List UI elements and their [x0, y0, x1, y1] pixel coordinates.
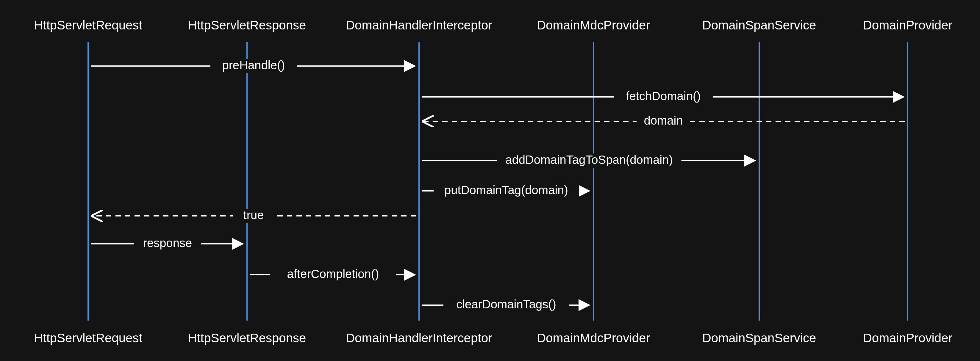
- participant-header-intc: DomainHandlerInterceptor: [346, 18, 493, 32]
- participant-header-req: HttpServletRequest: [34, 18, 143, 32]
- participant-footer-span: DomainSpanService: [702, 331, 816, 345]
- message-label-1: fetchDomain(): [626, 90, 700, 103]
- messages-group: preHandle()fetchDomain()domainaddDomainT…: [91, 59, 905, 312]
- participant-footer-prov: DomainProvider: [863, 331, 952, 345]
- lifelines-group: [88, 42, 908, 321]
- participant-header-prov: DomainProvider: [863, 18, 952, 32]
- participant-footer-req: HttpServletRequest: [34, 331, 143, 345]
- message-label-8: clearDomainTags(): [456, 298, 556, 311]
- participant-header-span: DomainSpanService: [702, 18, 816, 32]
- participant-header-resp: HttpServletResponse: [188, 18, 306, 32]
- message-label-5: true: [243, 209, 264, 222]
- participant-footer-mdc: DomainMdcProvider: [537, 331, 650, 345]
- participant-footer-resp: HttpServletResponse: [188, 331, 306, 345]
- message-label-4: putDomainTag(domain): [444, 184, 568, 196]
- participant-footer-intc: DomainHandlerInterceptor: [346, 331, 493, 345]
- message-label-2: domain: [644, 114, 683, 127]
- participant-labels-group: HttpServletRequestHttpServletRequestHttp…: [34, 18, 953, 345]
- message-label-3: addDomainTagToSpan(domain): [505, 153, 673, 166]
- message-label-0: preHandle(): [222, 59, 285, 72]
- message-label-7: afterCompletion(): [287, 268, 379, 280]
- message-label-6: response: [143, 236, 192, 250]
- participant-header-mdc: DomainMdcProvider: [537, 18, 650, 32]
- diagram-svg: preHandle()fetchDomain()domainaddDomainT…: [0, 0, 980, 361]
- sequence-diagram: preHandle()fetchDomain()domainaddDomainT…: [0, 0, 980, 361]
